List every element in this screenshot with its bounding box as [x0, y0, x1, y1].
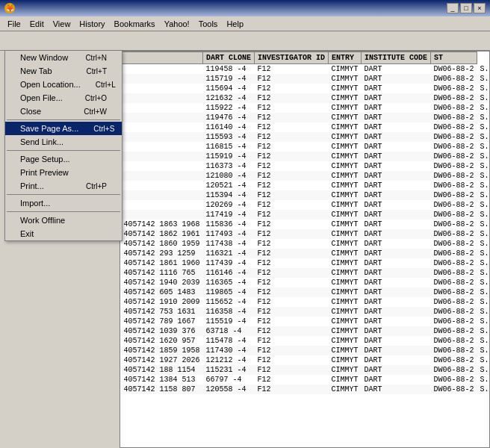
cell-investigator-id: F12	[255, 220, 329, 229]
menu-save-page-as[interactable]: Save Page As... Ctrl+S	[5, 122, 122, 135]
cell-entry: CIMMYT	[329, 132, 362, 142]
menu-new-window[interactable]: New Window Ctrl+N	[5, 51, 122, 64]
separator-2	[7, 150, 120, 151]
cell-id: 4057142 1910 2009	[121, 297, 203, 307]
menu-open-file[interactable]: Open File... Ctrl+O	[5, 91, 122, 105]
cell-entry: CIMMYT	[329, 268, 362, 278]
close-button[interactable]: ×	[474, 3, 486, 13]
menu-item-edit[interactable]: Edit	[25, 18, 49, 30]
table-row: 4057142 1860 1959117438 -4F12CIMMYTDARTD…	[121, 239, 491, 249]
table-row: 4057142 188 1154115231 -4F12CIMMYTDARTDW…	[121, 365, 491, 375]
menu-work-offline[interactable]: Work Offline	[5, 214, 122, 227]
cell-st: S.	[477, 258, 490, 268]
menu-item-bookmarks[interactable]: Bookmarks	[110, 18, 160, 30]
cell-institute: DART	[362, 258, 431, 268]
menu-open-location[interactable]: Open Location... Ctrl+L	[5, 78, 122, 91]
cell-dart-clone: 120558 -4	[203, 385, 255, 394]
menu-new-tab[interactable]: New Tab Ctrl+T	[5, 64, 122, 78]
table-row: 116140 -4F12CIMMYTDARTDW06-88-2S.	[121, 122, 491, 132]
cell-code: DW06-88-2	[431, 93, 477, 103]
cell-investigator-id: F12	[255, 287, 329, 297]
menu-item-help[interactable]: Help	[222, 18, 248, 30]
cell-id: 4057142 1927 2026	[121, 355, 203, 365]
cell-institute: DART	[362, 113, 431, 122]
maximize-button[interactable]: □	[460, 3, 472, 13]
cell-dart-clone: 66797 -4	[203, 375, 255, 385]
cell-st: S.	[477, 181, 490, 190]
cell-investigator-id: F12	[255, 152, 329, 161]
cell-institute: DART	[362, 122, 431, 132]
col-header-id	[121, 52, 203, 64]
cell-st: S.	[477, 375, 490, 385]
cell-entry: CIMMYT	[329, 181, 362, 190]
cell-id	[121, 142, 203, 152]
data-area: DART CLONE INVESTIGATOR ID ENTRY INSTITU…	[120, 51, 490, 448]
cell-st: S.	[477, 287, 490, 297]
cell-dart-clone: 116140 -4	[203, 122, 255, 132]
menu-item-view[interactable]: View	[49, 18, 75, 30]
cell-code: DW06-88-2	[431, 171, 477, 181]
table-row: 4057142 1158 807120558 -4F12CIMMYTDARTDW…	[121, 385, 491, 394]
cell-dart-clone: 116815 -4	[203, 142, 255, 152]
cell-id: 4057142 1863 1968	[121, 220, 203, 229]
cell-id	[121, 103, 203, 113]
cell-id	[121, 93, 203, 103]
menu-import[interactable]: Import...	[5, 196, 122, 210]
cell-dart-clone: 117419 -4	[203, 210, 255, 220]
cell-entry: CIMMYT	[329, 258, 362, 268]
title-bar-controls[interactable]: _ □ ×	[447, 3, 486, 13]
table-row: 4057142 1620 957115478 -4F12CIMMYTDARTDW…	[121, 336, 491, 346]
cell-entry: CIMMYT	[329, 249, 362, 258]
cell-entry: CIMMYT	[329, 220, 362, 229]
table-row: 116815 -4F12CIMMYTDARTDW06-88-2S.	[121, 142, 491, 152]
table-row: 115919 -4F12CIMMYTDARTDW06-88-2S.	[121, 152, 491, 161]
cell-st: S.	[477, 64, 490, 75]
col-header-investigator-id: INVESTIGATOR ID	[255, 52, 329, 64]
menu-item-tools[interactable]: Tools	[194, 18, 223, 30]
cell-entry: CIMMYT	[329, 287, 362, 297]
cell-institute: DART	[362, 84, 431, 93]
cell-st: S.	[477, 317, 490, 326]
cell-dart-clone: 117439 -4	[203, 258, 255, 268]
cell-dart-clone: 116146 -4	[203, 268, 255, 278]
cell-entry: CIMMYT	[329, 229, 362, 239]
cell-id: 4057142 1862 1961	[121, 229, 203, 239]
work-offline-label: Work Offline	[20, 216, 65, 225]
cell-investigator-id: F12	[255, 307, 329, 317]
menu-close[interactable]: Close Ctrl+W	[5, 105, 122, 118]
menu-item-file[interactable]: File	[3, 18, 25, 30]
cell-id	[121, 200, 203, 210]
menu-send-link[interactable]: Send Link...	[5, 135, 122, 149]
menu-item-yahoo[interactable]: Yahoo!	[160, 18, 194, 30]
cell-entry: CIMMYT	[329, 375, 362, 385]
cell-st: S.	[477, 355, 490, 365]
cell-institute: DART	[362, 93, 431, 103]
cell-code: DW06-88-2	[431, 326, 477, 336]
cell-code: DW06-88-2	[431, 287, 477, 297]
cell-entry: CIMMYT	[329, 326, 362, 336]
cell-st: S.	[477, 200, 490, 210]
table-row: 4057142 1910 2009115652 -4F12CIMMYTDARTD…	[121, 297, 491, 307]
menu-print[interactable]: Print... Ctrl+P	[5, 179, 122, 193]
cell-investigator-id: F12	[255, 142, 329, 152]
menu-print-preview[interactable]: Print Preview	[5, 166, 122, 179]
menu-page-setup[interactable]: Page Setup...	[5, 152, 122, 166]
cell-investigator-id: F12	[255, 103, 329, 113]
minimize-button[interactable]: _	[447, 3, 459, 13]
cell-entry: CIMMYT	[329, 210, 362, 220]
cell-code: DW06-88-2	[431, 113, 477, 122]
cell-institute: DART	[362, 103, 431, 113]
menu-item-history[interactable]: History	[75, 18, 109, 30]
cell-entry: CIMMYT	[329, 355, 362, 365]
cell-code: DW06-88-2	[431, 74, 477, 84]
cell-code: DW06-88-2	[431, 152, 477, 161]
address-bar	[0, 31, 490, 51]
table-row: 119458 -4F12CIMMYTDARTDW06-88-2S.	[121, 64, 491, 75]
cell-investigator-id: F12	[255, 171, 329, 181]
cell-dart-clone: 115593 -4	[203, 132, 255, 142]
main-area: New Window Ctrl+N New Tab Ctrl+T Open Lo…	[0, 51, 490, 448]
cell-institute: DART	[362, 190, 431, 200]
cell-st: S.	[477, 142, 490, 152]
table-row: 115719 -4F12CIMMYTDARTDW06-88-2S.	[121, 74, 491, 84]
menu-exit[interactable]: Exit	[5, 227, 122, 240]
